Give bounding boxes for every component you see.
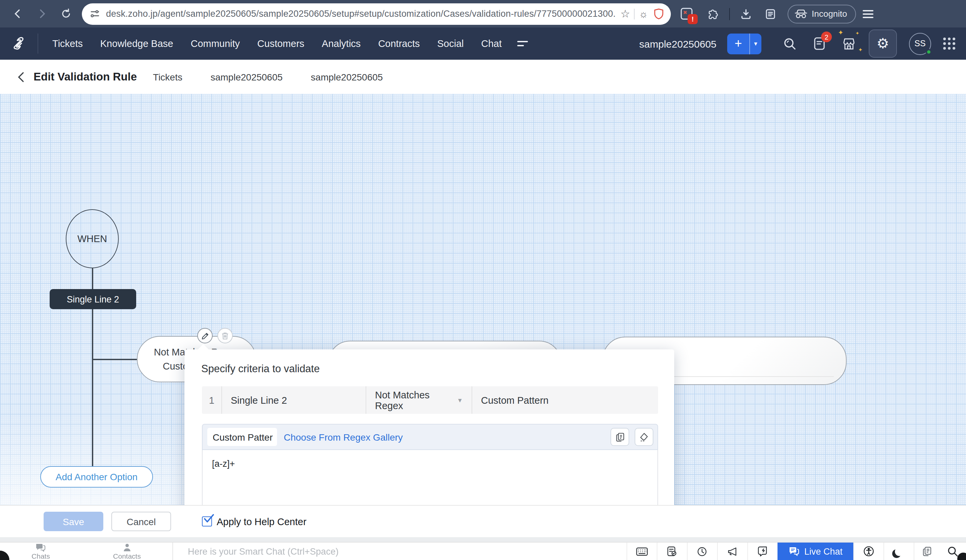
reading-list-icon[interactable]: [761, 4, 780, 23]
pattern-panel: Custom Patter Choose From Regex Gallery …: [202, 424, 658, 505]
popover-arrow: [197, 344, 209, 350]
downloads-icon[interactable]: [737, 4, 755, 23]
breadcrumb: Edit Validation Rule Tickets sample20250…: [0, 60, 966, 94]
nav-item-community[interactable]: Community: [182, 28, 248, 60]
criteria-row: 1 Single Line 2 Not Matches Regex ▼ Cust…: [202, 386, 658, 414]
copy-pages-icon[interactable]: [914, 543, 939, 560]
checkbox-label: Apply to Help Center: [217, 516, 307, 527]
setup-gear-icon[interactable]: ⚙: [869, 30, 897, 57]
nav-item-knowledge-base[interactable]: Knowledge Base: [92, 28, 182, 60]
nav-item-contracts[interactable]: Contracts: [369, 28, 428, 60]
shield-extension-icon[interactable]: [653, 8, 664, 20]
accessibility-icon[interactable]: [853, 543, 884, 560]
back-chevron-icon[interactable]: [18, 71, 24, 82]
apply-help-center-option[interactable]: Apply to Help Center: [202, 516, 307, 527]
checkbox-checked-icon[interactable]: [202, 516, 212, 527]
smart-chat-input[interactable]: [173, 543, 626, 560]
breadcrumb-item-department[interactable]: sample20250605: [211, 71, 283, 82]
url-text[interactable]: desk.zoho.jp/agent/sample20250605/sample…: [106, 9, 615, 19]
nav-item-customers[interactable]: Customers: [248, 28, 313, 60]
recent-clock-icon[interactable]: [687, 543, 717, 560]
live-chat-button[interactable]: Live Chat: [777, 543, 853, 560]
global-search-icon[interactable]: [782, 36, 798, 52]
contacts-icon: [123, 543, 131, 552]
rule-canvas: WHEN Single Line 2 Not Matches Regex Cus…: [0, 94, 966, 505]
nav-more-icon[interactable]: [517, 41, 528, 46]
browser-toolbar: desk.zoho.jp/agent/sample20250605/sample…: [0, 0, 966, 28]
nav-item-tickets[interactable]: Tickets: [44, 28, 92, 60]
when-node[interactable]: WHEN: [66, 209, 119, 268]
pattern-panel-header: Custom Patter Choose From Regex Gallery: [202, 424, 658, 450]
incognito-badge[interactable]: Incognito: [787, 4, 856, 23]
tasks-icon[interactable]: [657, 543, 687, 560]
chevron-down-icon: ▼: [457, 397, 463, 403]
online-status-dot: [926, 49, 932, 55]
side-panel-extension-icon[interactable]: !: [680, 7, 693, 20]
plus-caret-icon[interactable]: ▼: [749, 33, 761, 54]
live-chat-icon: [788, 546, 800, 556]
marketplace-icon[interactable]: ✦ ✦ ✦: [841, 36, 857, 52]
keyboard-shortcuts-icon[interactable]: [626, 543, 657, 560]
add-another-option-button[interactable]: Add Another Option: [40, 466, 153, 488]
url-divider: [634, 8, 635, 19]
user-avatar[interactable]: SS: [909, 33, 931, 55]
status-bar: Chats Contacts: [0, 542, 966, 560]
incognito-icon: [794, 9, 808, 18]
app-root: desk.zoho.jp/agent/sample20250605/sample…: [0, 0, 966, 560]
incognito-label: Incognito: [812, 9, 847, 19]
back-icon[interactable]: [8, 4, 27, 23]
forward-icon[interactable]: [32, 4, 51, 23]
save-button[interactable]: Save: [44, 512, 104, 531]
pattern-textarea[interactable]: [a-z]+: [202, 450, 658, 505]
criteria-operator-select[interactable]: Not Matches Regex ▼: [366, 386, 472, 414]
portal-name[interactable]: sample20250605: [639, 38, 716, 49]
criteria-field-select[interactable]: Single Line 2: [222, 386, 366, 414]
chats-tab[interactable]: Chats: [31, 543, 50, 560]
live-chat-label: Live Chat: [804, 546, 843, 556]
zoho-desk-logo-icon[interactable]: [10, 34, 28, 53]
tree-branch-edge: [93, 359, 137, 360]
pattern-type-chip[interactable]: Custom Patter: [207, 428, 277, 446]
url-bar[interactable]: desk.zoho.jp/agent/sample20250605/sample…: [82, 3, 671, 25]
breadcrumb-item-layout[interactable]: sample20250605: [311, 71, 383, 82]
regex-gallery-link[interactable]: Choose From Regex Gallery: [284, 432, 605, 442]
edit-pencil-icon[interactable]: [197, 328, 213, 343]
notifications-icon[interactable]: 2: [811, 36, 827, 52]
extensions-puzzle-icon[interactable]: [704, 4, 723, 23]
toolbar-divider: [729, 8, 730, 20]
delete-trash-icon[interactable]: [217, 328, 233, 343]
site-info-icon[interactable]: [90, 9, 100, 19]
bookmark-star-icon[interactable]: ☆: [621, 7, 630, 20]
notification-count-badge: 2: [821, 31, 832, 42]
contacts-tab[interactable]: Contacts: [113, 543, 141, 560]
chats-icon: [36, 543, 46, 552]
plus-icon[interactable]: +: [727, 33, 749, 54]
copy-pattern-icon[interactable]: [610, 428, 629, 446]
announcements-icon[interactable]: [717, 543, 748, 560]
bottom-gap: [0, 537, 966, 542]
criteria-popover: Specify criteria to validate 1 Single Li…: [184, 350, 674, 505]
theme-extension-icon[interactable]: ☼: [639, 8, 648, 20]
nav-item-chat[interactable]: Chat: [473, 28, 511, 60]
action-bar: Save Cancel Apply to Help Center: [0, 505, 966, 537]
nav-item-analytics[interactable]: Analytics: [313, 28, 369, 60]
browser-menu-icon[interactable]: [863, 10, 873, 18]
criteria-value-type[interactable]: Custom Pattern: [472, 386, 557, 414]
apps-grid-icon[interactable]: [943, 38, 955, 49]
nav-divider: [38, 33, 38, 54]
extension-alert-badge: !: [688, 14, 698, 24]
quick-create-button[interactable]: + ▼: [727, 33, 761, 54]
cancel-button[interactable]: Cancel: [111, 512, 171, 531]
clear-pattern-icon[interactable]: [635, 428, 653, 446]
reload-icon[interactable]: [56, 4, 75, 23]
page-title: Edit Validation Rule: [34, 71, 137, 83]
chat-tabs-panel: Chats Contacts: [0, 543, 173, 560]
feedback-icon[interactable]: [748, 543, 777, 560]
status-bar-icons: Live Chat: [626, 543, 966, 560]
app-nav-bar: Tickets Knowledge Base Community Custome…: [0, 28, 966, 60]
field-chip[interactable]: Single Line 2: [50, 289, 136, 309]
avatar-initials: SS: [914, 39, 925, 48]
breadcrumb-item-tickets[interactable]: Tickets: [153, 71, 182, 82]
nav-item-social[interactable]: Social: [429, 28, 473, 60]
dark-mode-moon-icon[interactable]: [884, 543, 914, 560]
